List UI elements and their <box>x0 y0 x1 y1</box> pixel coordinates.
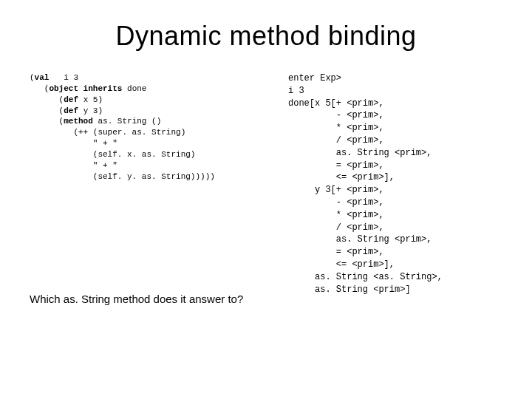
code-text: ( <box>30 84 49 93</box>
question-text: Which as. String method does it answer t… <box>30 293 266 305</box>
code-text: " + " <box>30 161 117 170</box>
code-text: (self. y. as. String))))) <box>30 172 215 181</box>
code-keyword: def <box>64 106 78 115</box>
right-column: enter Exp> i 3 done[x 5[+ <prim>, - <pri… <box>288 72 502 305</box>
code-text: ( <box>30 73 35 82</box>
code-text: (++ (super. as. String) <box>30 128 185 137</box>
code-keyword: val <box>35 73 50 82</box>
code-text: done <box>122 84 146 93</box>
page-title: Dynamic method binding <box>30 21 502 52</box>
code-keyword: object inherits <box>49 84 122 93</box>
code-text: y 3) <box>78 106 103 115</box>
code-text: i 3 <box>49 73 78 82</box>
slide: Dynamic method binding (val i 3 (object … <box>0 0 532 399</box>
code-text: x 5) <box>78 95 103 104</box>
code-block: (val i 3 (object inherits done (def x 5)… <box>30 72 266 182</box>
code-keyword: def <box>64 95 78 104</box>
left-column: (val i 3 (object inherits done (def x 5)… <box>30 72 266 305</box>
code-text: (self. x. as. String) <box>30 150 195 159</box>
output-block: enter Exp> i 3 done[x 5[+ <prim>, - <pri… <box>288 72 502 296</box>
code-keyword: method <box>64 117 93 126</box>
code-text: ( <box>30 117 64 126</box>
content-columns: (val i 3 (object inherits done (def x 5)… <box>30 72 502 305</box>
code-text: ( <box>30 95 64 104</box>
code-text: as. String () <box>93 117 161 126</box>
code-text: " + " <box>30 139 117 148</box>
code-text: ( <box>30 106 64 115</box>
